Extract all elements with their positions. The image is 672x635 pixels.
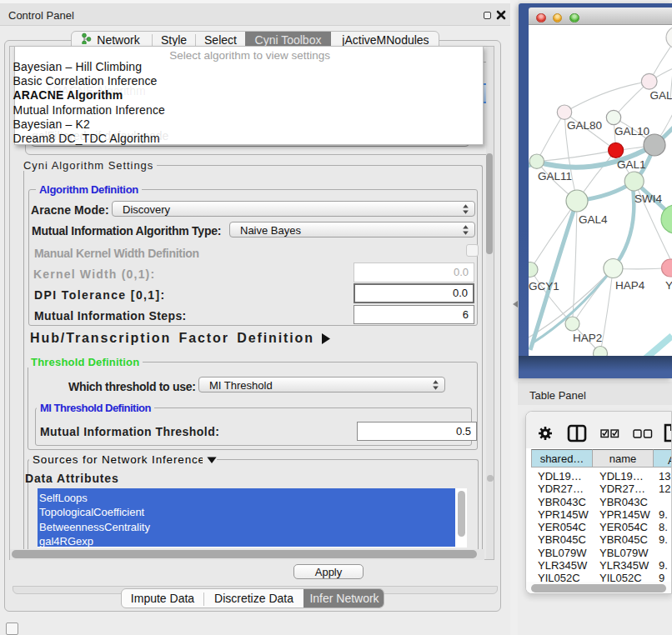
svg-text:GAL8: GAL8 (650, 89, 672, 102)
svg-text:SWI4: SWI4 (634, 192, 662, 205)
svg-text:GCY1: GCY1 (529, 280, 559, 292)
svg-text:GAL1: GAL1 (617, 158, 646, 171)
svg-text:Y: Y (665, 279, 672, 292)
svg-text:HAP4: HAP4 (615, 279, 645, 292)
svg-text:GAL80: GAL80 (567, 119, 602, 132)
svg-text:GAL10: GAL10 (614, 125, 649, 138)
svg-text:HAP2: HAP2 (573, 332, 602, 344)
svg-text:GAL4: GAL4 (579, 213, 608, 226)
svg-text:GAL11: GAL11 (538, 170, 572, 182)
